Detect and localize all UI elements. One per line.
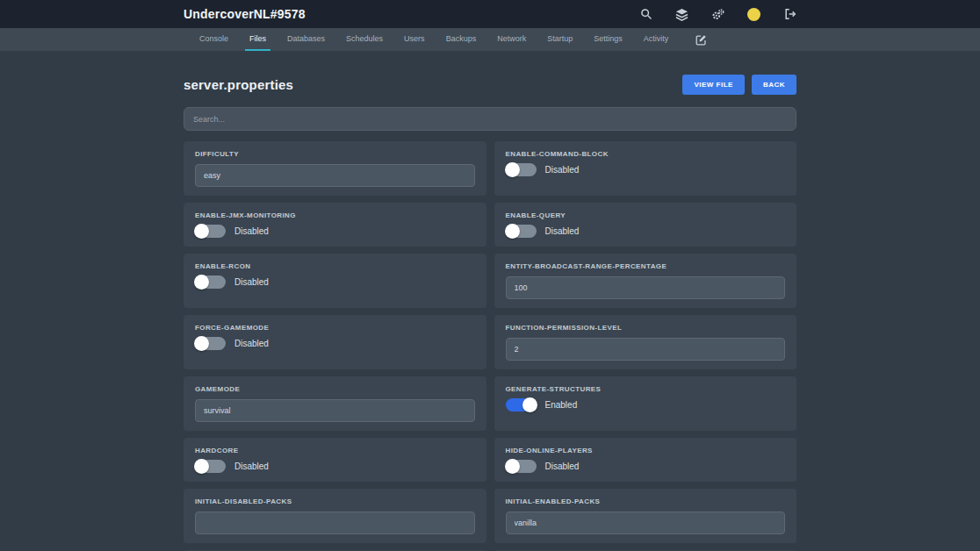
toggle-row: Disabled <box>506 163 786 176</box>
toggle-state-label: Disabled <box>545 165 580 175</box>
content-area: server.properties VIEW FILE BACK DIFFICU… <box>184 75 796 551</box>
setting-label: ENTITY-BROADCAST-RANGE-PERCENTAGE <box>506 262 786 270</box>
setting-input[interactable] <box>195 164 475 187</box>
topbar-icons <box>639 8 796 21</box>
tab-schedules[interactable]: Schedules <box>342 28 387 51</box>
setting-label: INITIAL-ENABLED-PACKS <box>506 497 786 505</box>
setting-input[interactable] <box>506 338 786 361</box>
toggle-knob <box>194 275 209 290</box>
setting-label: FORCE-GAMEMODE <box>195 324 475 332</box>
toggle-switch[interactable] <box>506 460 537 473</box>
settings-grid: DIFFICULTY ENABLE-COMMAND-BLOCK Disabled… <box>184 141 796 551</box>
tab-startup[interactable]: Startup <box>543 28 577 51</box>
setting-card: GAMEMODE <box>184 376 486 431</box>
setting-label: GENERATE-STRUCTURES <box>506 385 786 393</box>
setting-label: ENABLE-COMMAND-BLOCK <box>506 150 786 158</box>
toggle-row: Disabled <box>195 337 475 350</box>
toggle-state-label: Disabled <box>545 462 580 471</box>
toggle-state-label: Disabled <box>234 277 269 287</box>
toggle-state-label: Disabled <box>545 226 580 236</box>
toggle-switch[interactable] <box>195 337 226 350</box>
setting-label: DIFFICULTY <box>195 150 475 158</box>
page-title: server.properties <box>184 77 293 92</box>
tab-activity[interactable]: Activity <box>639 28 674 51</box>
setting-card: FUNCTION-PERMISSION-LEVEL <box>494 315 797 369</box>
tab-console[interactable]: Console <box>195 28 233 51</box>
setting-card: FORCE-GAMEMODE Disabled <box>184 315 486 369</box>
toggle-state-label: Disabled <box>234 462 269 471</box>
setting-input[interactable] <box>506 512 786 534</box>
setting-card: INITIAL-ENABLED-PACKS <box>494 489 797 543</box>
server-title: UndercoverNL#9578 <box>184 7 306 21</box>
setting-label: GAMEMODE <box>195 385 475 393</box>
setting-card: ENTITY-BROADCAST-RANGE-PERCENTAGE <box>494 254 797 308</box>
toggle-row: Disabled <box>506 460 786 473</box>
setting-card: INITIAL-DISABLED-PACKS <box>184 489 486 543</box>
setting-card: ENABLE-QUERY Disabled <box>494 203 797 247</box>
toggle-row: Disabled <box>195 276 475 289</box>
logout-icon[interactable] <box>783 8 796 21</box>
setting-card: ENABLE-COMMAND-BLOCK Disabled <box>494 141 797 196</box>
toggle-state-label: Disabled <box>234 226 269 236</box>
toggle-switch[interactable] <box>506 398 537 411</box>
toggle-row: Enabled <box>506 398 786 411</box>
tab-files[interactable]: Files <box>245 28 270 51</box>
tab-users[interactable]: Users <box>400 28 429 51</box>
toggle-row: Disabled <box>506 225 786 238</box>
setting-input[interactable] <box>195 512 475 534</box>
toggle-switch[interactable] <box>506 163 537 176</box>
toggle-switch[interactable] <box>195 460 226 473</box>
setting-card: DIFFICULTY <box>184 141 486 196</box>
setting-label: ENABLE-RCON <box>195 262 475 270</box>
setting-card: HARDCORE Disabled <box>184 438 486 482</box>
search-input[interactable] <box>184 107 796 131</box>
tab-network[interactable]: Network <box>493 28 530 51</box>
setting-card: ENABLE-JMX-MONITORING Disabled <box>184 203 486 247</box>
tab-databases[interactable]: Databases <box>283 28 329 51</box>
edit-file-icon[interactable] <box>695 28 707 51</box>
toggle-switch[interactable] <box>195 225 226 238</box>
setting-input[interactable] <box>195 399 475 422</box>
back-button[interactable]: BACK <box>752 75 796 95</box>
setting-card: GENERATE-STRUCTURES Enabled <box>494 376 797 431</box>
search-icon[interactable] <box>639 8 652 21</box>
setting-card: ENABLE-RCON Disabled <box>184 254 486 308</box>
setting-label: INITIAL-DISABLED-PACKS <box>195 497 475 505</box>
toggle-row: Disabled <box>195 225 475 238</box>
setting-label: HIDE-ONLINE-PLAYERS <box>506 447 786 454</box>
page-header: server.properties VIEW FILE BACK <box>184 75 796 95</box>
layers-icon[interactable] <box>675 8 688 21</box>
setting-label: FUNCTION-PERMISSION-LEVEL <box>506 324 786 332</box>
tab-backups[interactable]: Backups <box>442 28 481 51</box>
setting-input[interactable] <box>506 276 786 299</box>
topbar: UndercoverNL#9578 <box>0 0 980 28</box>
tab-settings[interactable]: Settings <box>589 28 627 51</box>
view-file-button[interactable]: VIEW FILE <box>682 75 745 95</box>
setting-label: ENABLE-QUERY <box>506 211 786 219</box>
toggle-knob <box>194 224 209 239</box>
toggle-knob <box>522 397 537 412</box>
toggle-knob <box>505 224 520 239</box>
navbar: ConsoleFilesDatabasesSchedulesUsersBacku… <box>0 28 980 51</box>
avatar[interactable] <box>747 8 760 21</box>
toggle-knob <box>505 459 520 474</box>
setting-label: HARDCORE <box>195 447 475 454</box>
toggle-row: Disabled <box>195 460 475 473</box>
setting-label: ENABLE-JMX-MONITORING <box>195 211 475 219</box>
toggle-switch[interactable] <box>195 276 226 289</box>
setting-card: HIDE-ONLINE-PLAYERS Disabled <box>494 438 797 482</box>
toggle-knob <box>194 336 209 351</box>
toggle-state-label: Disabled <box>234 339 269 348</box>
toggle-knob <box>505 162 520 177</box>
toggle-knob <box>194 459 209 474</box>
toggle-state-label: Enabled <box>545 400 578 410</box>
toggle-switch[interactable] <box>506 225 537 238</box>
gears-icon[interactable] <box>711 8 724 21</box>
